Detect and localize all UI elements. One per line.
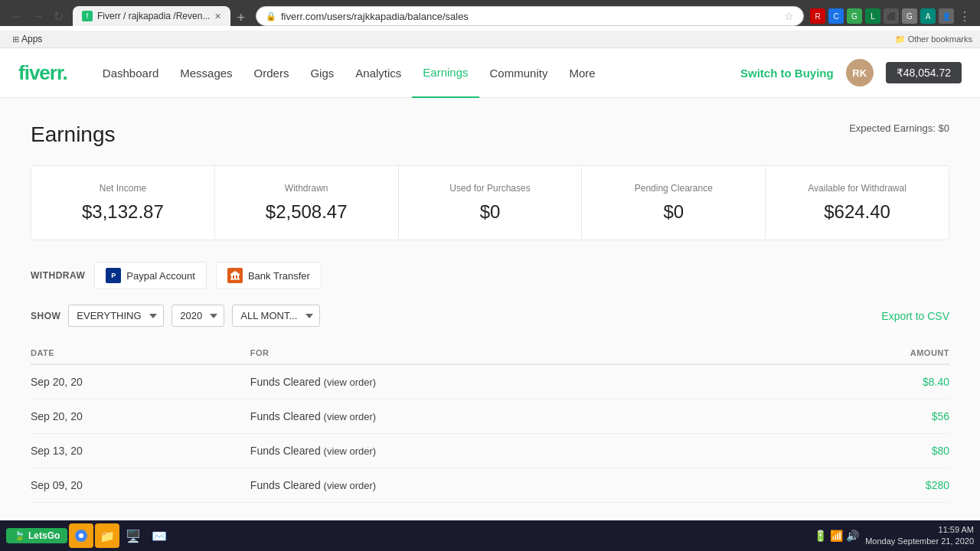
tab-title: Fiverr / rajkapadia /Reven... (97, 11, 210, 21)
taskbar-mail[interactable]: ✉️ (147, 523, 172, 527)
ext-red[interactable]: R (810, 8, 825, 24)
apps-icon: ⊞ (12, 34, 19, 44)
svg-rect-1 (231, 276, 233, 279)
switch-to-buying-link[interactable]: Switch to Buying (740, 67, 834, 80)
show-filter-select[interactable]: EVERYTHING CLEARED PENDING WITHDRAWN (68, 305, 164, 327)
col-amount: AMOUNT (783, 342, 949, 364)
ext-blue[interactable]: C (828, 8, 844, 24)
nav-orders[interactable]: Orders (243, 48, 300, 98)
forward-button[interactable]: → (29, 8, 47, 24)
address-bar[interactable]: 🔒 fiverr.com/users/rajkkapadia/balance/s… (256, 6, 804, 26)
paypal-withdraw-button[interactable]: P Paypal Account (94, 262, 207, 289)
bank-withdraw-button[interactable]: Bank Transfer (216, 262, 322, 289)
taskbar-chrome[interactable] (69, 523, 93, 527)
taskbar-files[interactable]: 📁 (95, 523, 119, 527)
nav-dashboard[interactable]: Dashboard (92, 48, 169, 98)
export-csv-link[interactable]: Export to CSV (881, 310, 949, 322)
show-label: SHOW (31, 311, 60, 321)
bank-label: Bank Transfer (248, 270, 310, 282)
stat-used-label: Used for Purchases (417, 183, 564, 194)
tab-close-button[interactable]: ✕ (214, 11, 221, 21)
withdraw-label: WITHDRAW (31, 270, 85, 281)
browser-extensions: R C G L ⬛ G A 👤 ⋮ (810, 8, 972, 24)
tab-favicon: f (82, 11, 93, 21)
transactions-table: DATE FOR AMOUNT Sep 20, 20 Funds Cleared… (31, 342, 949, 503)
other-bookmarks[interactable]: 📁 Other bookmarks (895, 34, 972, 44)
nav-messages[interactable]: Messages (169, 48, 243, 98)
other-bookmarks-label: Other bookmarks (908, 34, 972, 44)
row3-date: Sep 13, 20 (31, 434, 250, 468)
reload-button[interactable]: ↻ (51, 8, 67, 25)
table-row: Sep 20, 20 Funds Cleared (view order) $5… (31, 399, 949, 434)
month-filter-select[interactable]: ALL MONT... January February (232, 305, 320, 327)
stat-withdrawn-label: Withdrawn (234, 183, 380, 194)
row2-order-link[interactable]: (view order) (324, 411, 377, 422)
nav-right: Switch to Buying RK ₹48,054.72 (740, 59, 962, 86)
nav-earnings[interactable]: Earnings (412, 48, 479, 98)
back-button[interactable]: ← (8, 8, 26, 24)
row1-order-link[interactable]: (view order) (324, 377, 377, 388)
lock-icon: 🔒 (266, 11, 276, 21)
balance-badge[interactable]: ₹48,054.72 (886, 62, 962, 83)
paypal-icon: P (106, 268, 121, 283)
year-filter-select[interactable]: 2020 2019 2018 (172, 305, 224, 327)
browser-chrome: ← → ↻ f Fiverr / rajkapadia /Reven... ✕ … (0, 0, 980, 26)
row3-view-order[interactable]: (view order) (324, 445, 377, 457)
row2-amount: $56 (783, 399, 949, 434)
nav-analytics[interactable]: Analytics (345, 48, 412, 98)
nav-community[interactable]: Community (479, 48, 559, 98)
show-section: SHOW EVERYTHING CLEARED PENDING WITHDRAW… (31, 305, 949, 327)
active-tab[interactable]: f Fiverr / rajkapadia /Reven... ✕ (73, 6, 230, 26)
row4-view-order[interactable]: (view order) (324, 480, 377, 491)
folder-icon: 📁 (895, 34, 906, 44)
ext-g[interactable]: G (847, 8, 862, 24)
logo-text: fiverr (18, 61, 63, 84)
taskbar-terminal[interactable]: 🖥️ (121, 523, 145, 527)
expected-earnings: Expected Earnings: $0 (849, 122, 949, 134)
stat-used-value: $0 (417, 201, 564, 223)
row4-order-link[interactable]: (view order) (324, 480, 377, 491)
stat-net-income: Net Income $3,132.87 (31, 166, 215, 240)
nav-gigs[interactable]: Gigs (299, 48, 345, 98)
withdraw-section: WITHDRAW P Paypal Account Bank Transfer (31, 262, 949, 289)
bookmark-star-icon[interactable]: ☆ (784, 10, 794, 22)
row1-amount: $8.40 (783, 364, 949, 399)
svg-marker-5 (230, 271, 240, 274)
taskbar: 🍃 LetsGo 📁 🖥️ ✉️ 🔋 📶 🔊 11:59 AM Monday S… (0, 520, 980, 527)
ext-gray2[interactable]: G (902, 8, 917, 24)
expected-value: $0 (939, 122, 949, 134)
browser-top: ← → ↻ f Fiverr / rajkapadia /Reven... ✕ … (8, 6, 972, 26)
stat-pending-label: Pending Clearance (600, 183, 746, 194)
fiverr-logo[interactable]: fiverr. (18, 61, 67, 85)
row1-view-order[interactable]: (view order) (324, 377, 377, 388)
row3-amount: $80 (783, 434, 949, 468)
row3-order-link[interactable]: (view order) (324, 445, 377, 457)
expected-label: Expected Earnings: (849, 122, 936, 134)
bank-icon (227, 268, 243, 283)
row1-for: Funds Cleared (view order) (250, 364, 783, 399)
earnings-header: Earnings Expected Earnings: $0 (31, 122, 949, 147)
ext-user[interactable]: 👤 (939, 8, 954, 24)
taskbar-clock: 11:59 AM (865, 524, 974, 527)
svg-rect-2 (234, 276, 236, 279)
svg-rect-0 (230, 274, 240, 276)
table-header-row: DATE FOR AMOUNT (31, 342, 949, 364)
avatar[interactable]: RK (846, 59, 874, 86)
stat-net-income-label: Net Income (50, 183, 196, 194)
ext-gray[interactable]: ⬛ (884, 8, 899, 24)
ext-menu[interactable]: ⋮ (957, 8, 972, 24)
nav-more[interactable]: More (558, 48, 606, 98)
apps-bookmark[interactable]: ⊞ Apps (8, 33, 47, 45)
row3-for: Funds Cleared (view order) (250, 434, 783, 468)
table-head: DATE FOR AMOUNT (31, 342, 949, 364)
row2-for: Funds Cleared (view order) (250, 399, 783, 434)
row2-view-order[interactable]: (view order) (324, 411, 377, 422)
taskbar-time: 11:59 AM Monday September 21, 2020 (865, 524, 974, 527)
new-tab-button[interactable]: + (232, 10, 250, 26)
table-body: Sep 20, 20 Funds Cleared (view order) $8… (31, 364, 949, 503)
ext-green2[interactable]: L (865, 8, 880, 24)
url-text: fiverr.com/users/rajkkapadia/balance/sal… (281, 11, 779, 22)
stat-net-income-value: $3,132.87 (50, 201, 196, 223)
stat-withdrawn: Withdrawn $2,508.47 (215, 166, 399, 240)
ext-teal[interactable]: A (920, 8, 936, 24)
